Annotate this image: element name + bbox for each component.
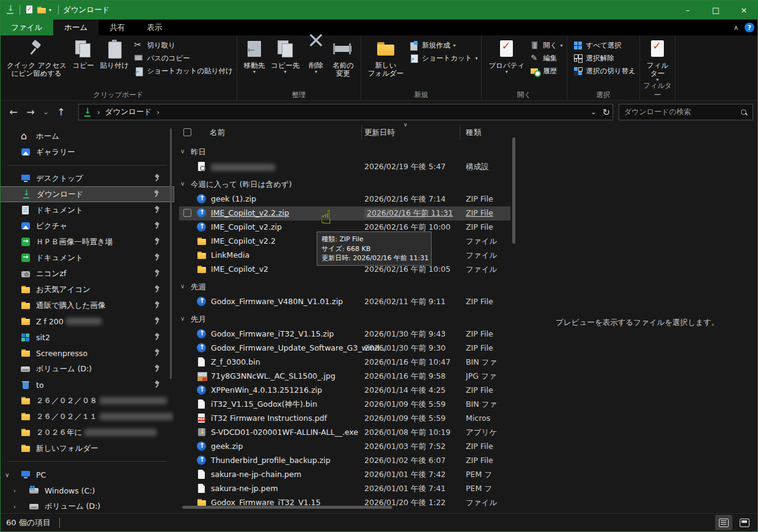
sort-direction-icon[interactable]: ∨ (403, 123, 408, 128)
ribbon-button-プロパティ[interactable]: プロパティ▾ (485, 37, 528, 76)
file-row-sakura-ne-jp-chain.pem[interactable]: sakura-ne-jp-chain.pem2026/01/01 午後 7:42… (174, 468, 517, 482)
sidebar-item-新しいフォルダー[interactable]: 新しいフォルダー (0, 440, 174, 456)
sidebar-item-ドキュメント[interactable]: ドキュメント (0, 250, 174, 266)
tree-expander-icon[interactable]: › (13, 487, 23, 494)
pin-icon[interactable] (153, 381, 161, 388)
file-row-XPPenWin_4.0.13.251216.zip[interactable]: XPPenWin_4.0.13.251216.zip2026/01/14 午後 … (174, 384, 517, 398)
ribbon-button-選択解除[interactable]: 選択解除 (573, 53, 636, 63)
column-header-date[interactable]: 更新日時 (364, 128, 395, 138)
search-box[interactable]: ダウンロードの検索 (619, 104, 753, 120)
tab-file[interactable]: ファイル (0, 20, 53, 35)
vertical-scrollbar[interactable] (512, 137, 515, 244)
file-row-iT32_V1.15_Godox(神牛).bin[interactable]: iT32_V1.15_Godox(神牛).bin2026/01/09 午後 5:… (174, 398, 517, 412)
details-view-button[interactable] (715, 515, 732, 530)
ribbon-button-選択の切り替え[interactable]: 選択の切り替え (573, 66, 636, 76)
sidebar-item-お天気アイコン[interactable]: お天気アイコン (0, 282, 174, 297)
ribbon-button-ショートカット[interactable]: ショートカット▾ (409, 53, 477, 63)
pin-icon[interactable] (153, 333, 161, 340)
sidebar-item-ピクチャ[interactable]: ピクチャ (0, 218, 174, 234)
sidebar-item-Screenpresso[interactable]: Screenpresso (0, 345, 174, 361)
pin-icon[interactable] (153, 365, 161, 372)
ribbon-button-新しいフォルダー[interactable]: 新しいフォルダー (365, 37, 407, 80)
ribbon-button-名前の変更[interactable]: 名前の変更 (329, 37, 357, 80)
file-row-redacted[interactable]: 2026/02/19 午後 5:47構成設 (174, 160, 517, 174)
forward-icon[interactable]: → (22, 106, 39, 118)
minimize-button[interactable]: – (674, 0, 702, 20)
ribbon-button-クイック アクセスにピン留めする[interactable]: クイック アクセスにピン留めする (4, 37, 70, 80)
file-row-sakura-ne-jp.pem[interactable]: sakura-ne-jp.pem2026/01/01 午後 7:41PEM フ (174, 482, 517, 496)
close-button[interactable]: × (730, 0, 758, 20)
tab-ホーム[interactable]: ホーム (53, 20, 98, 35)
sidebar-item-２０２６年に[interactable]: ２０２６年に (0, 425, 174, 440)
sidebar-item-ギャラリー[interactable]: ギャラリー (0, 144, 174, 160)
sidebar-item-２６／０２／１１[interactable]: ２６／０２／１１ (0, 409, 174, 425)
sidebar-item-PC[interactable]: ∨PC (0, 467, 174, 483)
sidebar-item-Z f 200[interactable]: Z f 200 (0, 313, 174, 329)
ribbon-collapse-icon[interactable]: ∧ (734, 24, 738, 32)
file-row-geek.zip[interactable]: geek.zip2026/01/03 午前 7:52ZIP File (174, 440, 517, 454)
sidebar-item-ＨＰＢ画像一時置き場[interactable]: ＨＰＢ画像一時置き場 (0, 234, 174, 250)
column-header-name[interactable]: 名前 (210, 128, 225, 138)
search-icon[interactable] (740, 109, 748, 116)
ribbon-button-フィルター[interactable]: フィルター▾ (644, 37, 671, 84)
sidebar-item-ボリューム (D:)[interactable]: ボリューム (D:) (0, 361, 174, 377)
sidebar-scrollbar[interactable] (170, 128, 172, 379)
file-row-iT32 Firmware Instructions.pdf[interactable]: iT32 Firmware Instructions.pdf2026/01/09… (174, 412, 517, 426)
ribbon-button-削除[interactable]: 削除▾ (303, 37, 329, 76)
group-header-昨日[interactable]: ∨昨日 (174, 145, 517, 160)
address-dropdown-icon[interactable]: ⌄ (591, 108, 596, 116)
pin-icon[interactable] (153, 317, 161, 324)
group-chevron-icon[interactable]: ∨ (180, 315, 185, 322)
pin-icon[interactable] (153, 190, 160, 197)
help-icon[interactable]: ? (745, 23, 754, 32)
pin-icon[interactable] (153, 285, 161, 293)
pin-icon[interactable] (153, 349, 161, 356)
tab-共有[interactable]: 共有 (98, 20, 136, 35)
sidebar-item-ホーム[interactable]: ホーム (0, 128, 174, 144)
sidebar-item-２６／０２／０８[interactable]: ２６／０２／０８ (0, 393, 174, 409)
ribbon-button-ショートカットの貼り付け[interactable]: ショートカットの貼り付け (134, 66, 232, 76)
tree-expander-icon[interactable]: › (13, 503, 23, 510)
select-all-checkbox[interactable] (183, 128, 191, 136)
ribbon-button-貼り付け[interactable]: 貼り付け (97, 37, 132, 72)
pin-icon[interactable] (153, 269, 161, 277)
search-input[interactable]: ダウンロードの検索 (624, 107, 740, 117)
group-header-今週に入って (昨日は含めず)[interactable]: ∨今週に入って (昨日は含めず) (174, 178, 517, 192)
breadcrumb-chevron-icon[interactable]: › (156, 108, 160, 117)
pin-icon[interactable] (153, 253, 161, 261)
pin-icon[interactable] (153, 222, 161, 229)
group-chevron-icon[interactable]: ∨ (180, 283, 185, 290)
horizontal-scrollbar[interactable] (182, 506, 392, 509)
recent-locations-icon[interactable]: ⌄ (39, 108, 53, 116)
file-row-Godox_Firmware_Update_Software_G3_wind...[interactable]: Godox_Firmware_Update_Software_G3_wind..… (174, 341, 517, 355)
file-row-Godox_Firmware_V480N_V1.01.zip[interactable]: Godox_Firmware_V480N_V1.01.zip2026/02/11… (174, 295, 517, 309)
sidebar-item-デスクトップ[interactable]: デスクトップ (0, 170, 174, 186)
pin-icon[interactable] (153, 238, 161, 245)
file-row-geek (1).zip[interactable]: geek (1).zip2026/02/16 午後 7:14ZIP File (174, 192, 517, 206)
file-row-S-VDCD01-020001WF-ALLIN-ALL__.exe[interactable]: S-VDCD01-020001WF-ALLIN-ALL__.exe2026/01… (174, 426, 517, 440)
column-divider[interactable] (460, 125, 460, 140)
maximize-button[interactable]: □ (702, 0, 730, 20)
sidebar-item-ボリューム (D:)[interactable]: ›ボリューム (D:) (0, 498, 174, 513)
up-icon[interactable]: ↑ (53, 106, 70, 118)
sidebar-item-ドキュメント[interactable]: ドキュメント (0, 202, 174, 218)
ribbon-button-コピー先[interactable]: コピー先▾ (268, 37, 303, 76)
group-chevron-icon[interactable]: ∨ (180, 148, 185, 155)
pin-icon[interactable] (153, 174, 161, 181)
column-header-type[interactable]: 種類 (466, 128, 481, 138)
qat-customize-caret-icon[interactable]: ▾ (46, 7, 54, 13)
ribbon-button-パスのコピー[interactable]: パスのコピー (134, 53, 232, 63)
group-header-先週[interactable]: ∨先週 (174, 280, 517, 295)
ribbon-button-すべて選択[interactable]: すべて選択 (573, 40, 636, 50)
group-chevron-icon[interactable]: ∨ (180, 180, 185, 187)
file-row-IME_Copilot_v2.2.zip[interactable]: IME_Copilot_v2.2.zip2026/02/16 午前 11:31Z… (179, 206, 510, 220)
ribbon-button-移動先[interactable]: 移動先▾ (241, 37, 268, 76)
qat-new-folder-icon[interactable] (37, 5, 46, 15)
sidebar-item-sit2[interactable]: sit2 (0, 329, 174, 345)
file-row-Thunderbird_profile_backup.zip[interactable]: Thunderbird_profile_backup.zip2026/01/02… (174, 454, 517, 468)
column-divider[interactable] (361, 125, 362, 140)
tree-expander-icon[interactable]: ∨ (5, 472, 15, 478)
tab-表示[interactable]: 表示 (136, 20, 173, 35)
refresh-icon[interactable]: ↻ (602, 107, 610, 118)
sidebar-item-to[interactable]: to (0, 377, 174, 393)
